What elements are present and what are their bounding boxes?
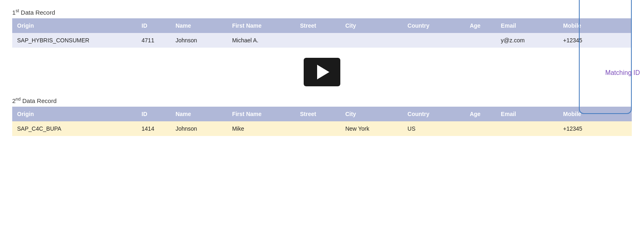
cell-email-1: y@z.com xyxy=(496,33,558,48)
cell-firstname-2: Mike xyxy=(227,121,295,136)
header-street-2: Street xyxy=(295,107,340,121)
header-origin-1: Origin xyxy=(12,18,137,33)
record2-label-suffix: Data Record xyxy=(21,97,57,104)
cell-email-2 xyxy=(496,121,558,136)
cell-origin-2: SAP_C4C_BUPA xyxy=(12,121,137,136)
record2-label-sup: nd xyxy=(15,96,20,101)
header-name-2: Name xyxy=(171,107,227,121)
header-country-1: Country xyxy=(403,18,465,33)
record1-label: 1st Data Record xyxy=(12,8,632,16)
play-icon xyxy=(317,65,329,79)
middle-section xyxy=(12,48,632,96)
cell-city-1 xyxy=(340,33,403,48)
header-mobile-2: Mobile xyxy=(558,107,632,121)
header-id-2: ID xyxy=(137,107,171,121)
record1-label-sup: st xyxy=(15,8,19,13)
cell-id-2: 1414 xyxy=(137,121,171,136)
header-street-1: Street xyxy=(295,18,340,33)
play-button[interactable] xyxy=(304,58,340,86)
cell-mobile-1: +12345 xyxy=(558,33,632,48)
cell-name-1: Johnson xyxy=(171,33,227,48)
header-city-2: City xyxy=(340,107,403,121)
header-origin-2: Origin xyxy=(12,107,137,121)
cell-street-1 xyxy=(295,33,340,48)
page-wrapper: 1st Data Record Origin ID Name First Nam… xyxy=(12,8,632,136)
matching-id-label: Matching ID xyxy=(605,69,640,77)
cell-origin-1: SAP_HYBRIS_CONSUMER xyxy=(12,33,137,48)
record1-data-row: SAP_HYBRIS_CONSUMER 4711 Johnson Michael… xyxy=(12,33,632,48)
header-mobile-1: Mobile xyxy=(558,18,632,33)
record2-header-row: Origin ID Name First Name Street City Co… xyxy=(12,107,632,121)
cell-id-1: 4711 xyxy=(137,33,171,48)
cell-name-2: Johnson xyxy=(171,121,227,136)
header-id-1: ID xyxy=(137,18,171,33)
header-age-1: Age xyxy=(465,18,496,33)
cell-age-2 xyxy=(465,121,496,136)
header-firstname-2: First Name xyxy=(227,107,295,121)
cell-age-1 xyxy=(465,33,496,48)
cell-city-2: New York xyxy=(340,121,403,136)
cell-street-2 xyxy=(295,121,340,136)
header-country-2: Country xyxy=(403,107,465,121)
cell-country-1 xyxy=(403,33,465,48)
header-email-2: Email xyxy=(496,107,558,121)
header-age-2: Age xyxy=(465,107,496,121)
cell-mobile-2: +12345 xyxy=(558,121,632,136)
record1-header-row: Origin ID Name First Name Street City Co… xyxy=(12,18,632,33)
cell-country-2: US xyxy=(403,121,465,136)
header-firstname-1: First Name xyxy=(227,18,295,33)
record2-table: Origin ID Name First Name Street City Co… xyxy=(12,107,632,136)
record1-table: Origin ID Name First Name Street City Co… xyxy=(12,18,632,48)
header-city-1: City xyxy=(340,18,403,33)
cell-firstname-1: Michael A. xyxy=(227,33,295,48)
record1-label-suffix: Data Record xyxy=(19,9,55,16)
record2-label: 2nd Data Record xyxy=(12,96,632,104)
header-email-1: Email xyxy=(496,18,558,33)
record2-data-row: SAP_C4C_BUPA 1414 Johnson Mike New York … xyxy=(12,121,632,136)
header-name-1: Name xyxy=(171,18,227,33)
